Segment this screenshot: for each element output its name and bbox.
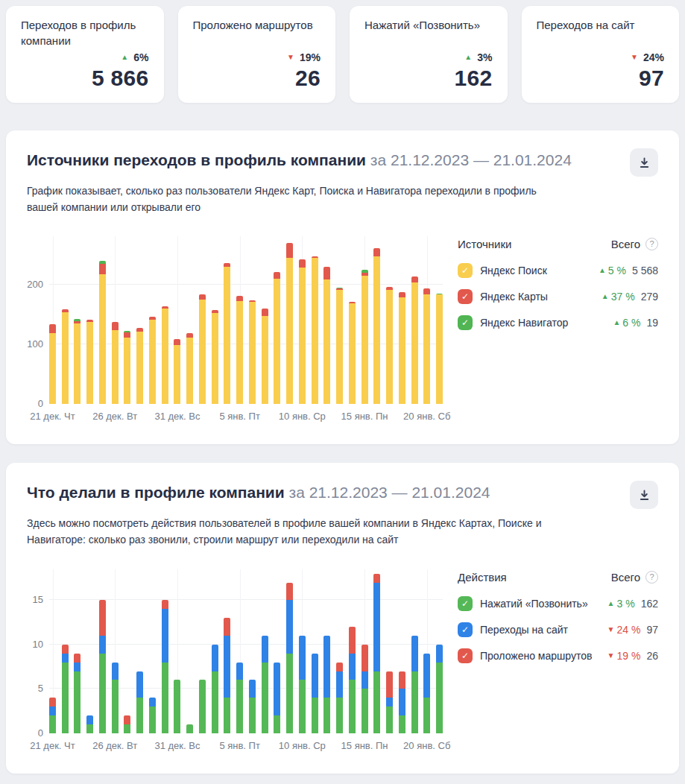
bar-day-27[interactable] bbox=[373, 248, 380, 404]
bar-day-9[interactable] bbox=[149, 698, 156, 733]
sources-chart[interactable]: 010020021 дек. Чт26 дек. Вт31 дек. Вс5 я… bbox=[27, 236, 443, 428]
stat-delta: ▲ 3% bbox=[364, 51, 493, 63]
bar-day-13[interactable] bbox=[199, 680, 206, 733]
bar-segment bbox=[236, 680, 243, 733]
bar-day-19[interactable] bbox=[274, 272, 280, 405]
bar-day-28[interactable] bbox=[386, 671, 393, 733]
bar-day-10[interactable] bbox=[162, 306, 168, 405]
bar-day-15[interactable] bbox=[224, 618, 230, 733]
bar-day-16[interactable] bbox=[236, 296, 243, 404]
bar-day-22[interactable] bbox=[312, 654, 318, 733]
bar-day-12[interactable] bbox=[186, 724, 193, 733]
actions-chart[interactable]: 05101521 дек. Чт26 дек. Вт31 дек. Вс5 ян… bbox=[27, 569, 443, 757]
bar-day-32[interactable] bbox=[436, 294, 443, 405]
bar-day-2[interactable] bbox=[62, 645, 69, 733]
bar-day-12[interactable] bbox=[186, 333, 193, 405]
bar-day-14[interactable] bbox=[212, 310, 218, 404]
legend-item-calls: ✓ Нажатий «Позвонить» ▲3 % 162 bbox=[458, 596, 658, 611]
bar-day-26[interactable] bbox=[362, 270, 368, 404]
bar-day-5[interactable] bbox=[99, 600, 106, 733]
series-checkbox[interactable]: ✓ bbox=[458, 289, 473, 304]
bar-day-29[interactable] bbox=[399, 671, 405, 733]
bar-day-19[interactable] bbox=[274, 663, 280, 733]
bar-day-18[interactable] bbox=[262, 636, 268, 733]
x-axis-tick-label: 10 янв. Ср bbox=[279, 411, 326, 422]
bar-day-7[interactable] bbox=[124, 715, 130, 733]
bar-day-3[interactable] bbox=[74, 319, 81, 404]
bar-day-4[interactable] bbox=[86, 320, 93, 404]
page-title: Что делали в профиле компании за 21.12.2… bbox=[27, 482, 490, 502]
series-checkbox[interactable]: ✓ bbox=[458, 648, 473, 663]
bar-day-11[interactable] bbox=[174, 680, 180, 733]
bar-day-21[interactable] bbox=[299, 259, 306, 404]
bar-day-29[interactable] bbox=[399, 292, 405, 404]
bar-day-1[interactable] bbox=[49, 698, 56, 733]
stat-value: 5 866 bbox=[21, 66, 149, 91]
bar-day-24[interactable] bbox=[336, 288, 343, 405]
bar-day-8[interactable] bbox=[136, 328, 143, 405]
bar-segment bbox=[86, 724, 93, 733]
bar-day-11[interactable] bbox=[174, 339, 180, 405]
bar-day-28[interactable] bbox=[386, 287, 393, 404]
series-checkbox[interactable]: ✓ bbox=[458, 596, 473, 611]
series-checkbox[interactable]: ✓ bbox=[458, 622, 473, 637]
download-button[interactable] bbox=[630, 481, 658, 509]
bar-day-17[interactable] bbox=[249, 680, 256, 733]
bar-segment bbox=[49, 333, 56, 405]
bar-day-5[interactable] bbox=[99, 261, 106, 404]
check-icon: ✓ bbox=[461, 265, 469, 276]
bar-day-9[interactable] bbox=[149, 317, 156, 404]
series-checkbox[interactable]: ✓ bbox=[458, 263, 473, 278]
bar-day-31[interactable] bbox=[423, 288, 430, 404]
bar-day-14[interactable] bbox=[212, 645, 218, 733]
legend-item-maps: ✓ Яндекс Карты ▲37 % 279 bbox=[458, 289, 658, 304]
bar-day-4[interactable] bbox=[86, 715, 93, 733]
bar-day-30[interactable] bbox=[411, 636, 418, 733]
y-axis-tick-label: 100 bbox=[27, 339, 43, 349]
bar-day-18[interactable] bbox=[262, 309, 268, 405]
bar-day-24[interactable] bbox=[336, 663, 343, 733]
bar-day-3[interactable] bbox=[74, 654, 81, 733]
gridline bbox=[49, 644, 443, 645]
bar-day-21[interactable] bbox=[299, 636, 306, 733]
bar-day-32[interactable] bbox=[436, 645, 443, 733]
legend-item-routes: ✓ Проложено маршрутов ▼19 % 26 bbox=[458, 648, 658, 663]
bar-day-27[interactable] bbox=[373, 574, 380, 733]
bar-day-8[interactable] bbox=[136, 671, 143, 733]
bar-day-7[interactable] bbox=[124, 331, 130, 405]
series-checkbox[interactable]: ✓ bbox=[458, 315, 473, 330]
bar-day-1[interactable] bbox=[49, 324, 56, 405]
bar-day-17[interactable] bbox=[249, 300, 256, 405]
bar-segment bbox=[174, 339, 180, 345]
y-axis-tick-label: 0 bbox=[38, 728, 43, 738]
bar-day-25[interactable] bbox=[349, 627, 356, 733]
bar-segment bbox=[336, 663, 343, 671]
bar-day-23[interactable] bbox=[323, 636, 330, 733]
bar-day-26[interactable] bbox=[362, 645, 368, 733]
help-circle-icon[interactable]: ? bbox=[645, 238, 658, 250]
bar-day-6[interactable] bbox=[112, 663, 119, 733]
bar-day-20[interactable] bbox=[286, 243, 293, 404]
bar-day-31[interactable] bbox=[423, 654, 430, 733]
panel-period: за 21.12.2023 — 21.01.2024 bbox=[289, 484, 490, 501]
bar-day-20[interactable] bbox=[286, 583, 293, 733]
help-circle-icon[interactable]: ? bbox=[645, 571, 658, 584]
bar-segment bbox=[373, 583, 380, 671]
bar-day-23[interactable] bbox=[323, 267, 330, 405]
legend-total-value: 162 bbox=[641, 598, 658, 610]
bar-segment bbox=[436, 294, 443, 404]
bar-segment bbox=[362, 645, 368, 671]
bar-day-30[interactable] bbox=[411, 276, 418, 404]
bar-segment bbox=[362, 276, 368, 404]
x-axis-tick-label: 21 дек. Чт bbox=[30, 411, 75, 422]
bar-segment bbox=[286, 258, 293, 404]
bar-day-10[interactable] bbox=[162, 600, 168, 733]
bar-day-22[interactable] bbox=[312, 256, 318, 404]
bar-day-15[interactable] bbox=[224, 263, 230, 405]
bar-day-25[interactable] bbox=[349, 302, 356, 404]
bar-day-6[interactable] bbox=[112, 322, 119, 404]
bar-day-13[interactable] bbox=[199, 294, 206, 405]
bar-day-2[interactable] bbox=[62, 309, 69, 405]
download-button[interactable] bbox=[630, 148, 658, 177]
bar-day-16[interactable] bbox=[236, 663, 243, 733]
